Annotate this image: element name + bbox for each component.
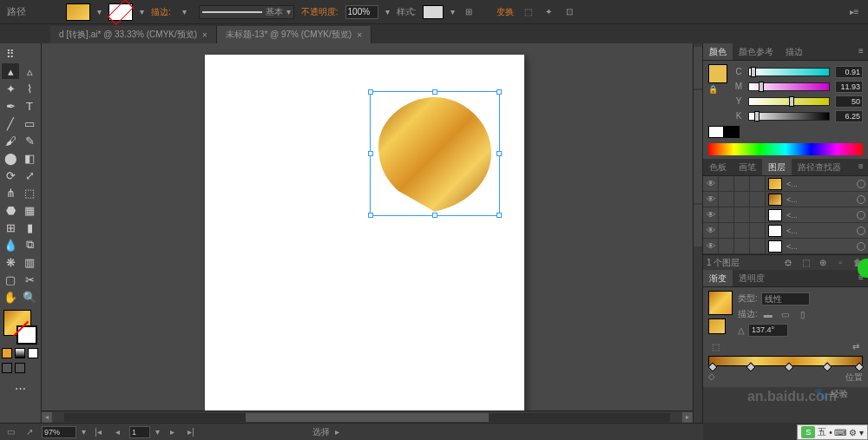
screen-mode-full[interactable] xyxy=(15,363,25,373)
transform-label[interactable]: 变换 xyxy=(496,6,514,18)
next-artboard-icon[interactable]: ▸ xyxy=(165,425,179,439)
transform-icon3[interactable]: ⊡ xyxy=(562,5,576,19)
gradient-bar[interactable] xyxy=(708,356,863,366)
reverse-gradient-icon[interactable]: ⇄ xyxy=(849,339,863,353)
tab-swatches[interactable]: 色板 xyxy=(703,159,733,175)
layer-row[interactable]: 👁<... xyxy=(703,223,868,239)
close-icon[interactable]: × xyxy=(202,30,207,40)
prev-artboard-icon[interactable]: ◂ xyxy=(110,425,124,439)
first-artboard-icon[interactable]: |◂ xyxy=(91,425,105,439)
none-mode-icon[interactable] xyxy=(28,348,38,358)
fill-swatch[interactable] xyxy=(66,3,90,21)
gradient-thumb[interactable] xyxy=(708,291,733,315)
panel-menu-icon[interactable]: ≡ xyxy=(854,159,868,173)
paintbrush-tool[interactable]: 🖌 xyxy=(2,133,19,148)
mesh-tool[interactable]: ⊞ xyxy=(2,220,19,235)
gradient-tool[interactable]: ▮ xyxy=(21,220,38,235)
last-artboard-icon[interactable]: ▸| xyxy=(184,425,198,439)
blend-tool[interactable]: ⧉ xyxy=(21,237,38,253)
slider-k[interactable] xyxy=(748,112,830,121)
tab-color-guide[interactable]: 颜色参考 xyxy=(733,43,779,60)
layer-row[interactable]: 👁<... xyxy=(703,176,868,192)
tab-color[interactable]: 颜色 xyxy=(703,43,733,60)
ime-badge[interactable]: S 五 • ⌨ ⚙ ▾ xyxy=(797,424,868,440)
canvas-scrollbar-h[interactable]: ◂ ▸ xyxy=(42,410,693,423)
align-icon[interactable]: ⊞ xyxy=(462,5,476,19)
scale-tool[interactable]: ⤢ xyxy=(21,167,38,183)
stroke-style-select[interactable]: 基本▾ xyxy=(199,5,294,19)
artboard-nav-icon[interactable]: ▭ xyxy=(3,425,17,439)
tab-brushes[interactable]: 画笔 xyxy=(733,159,762,175)
zoom-input[interactable] xyxy=(42,426,76,438)
value-m[interactable] xyxy=(835,81,863,93)
perspective-tool[interactable]: ▦ xyxy=(21,202,38,218)
gutter-block[interactable] xyxy=(694,205,702,246)
canvas[interactable] xyxy=(42,43,693,423)
slider-m[interactable] xyxy=(748,82,830,91)
close-icon[interactable]: × xyxy=(357,30,362,40)
scroll-right-icon[interactable]: ▸ xyxy=(682,412,693,423)
black-swatch[interactable] xyxy=(724,126,740,138)
stroke-weight-dropdown[interactable]: ▾ xyxy=(178,5,192,19)
value-c[interactable] xyxy=(835,66,863,78)
blob-brush-tool[interactable]: ⬤ xyxy=(2,150,19,166)
none-swatch[interactable] xyxy=(708,126,724,138)
width-tool[interactable]: ⋔ xyxy=(2,185,19,200)
fill-stroke-block[interactable] xyxy=(2,310,39,345)
zoom-tool[interactable]: 🔍 xyxy=(21,289,38,305)
new-layer-icon[interactable]: ▫ xyxy=(833,256,847,270)
screen-mode-normal[interactable] xyxy=(2,363,12,373)
feedback-bubble[interactable] xyxy=(858,259,868,278)
gutter-block[interactable] xyxy=(694,47,702,89)
locate-icon[interactable]: ⯐ xyxy=(781,256,795,270)
color-fill-thumb[interactable] xyxy=(708,64,727,83)
panel-menu-icon[interactable]: ≡ xyxy=(854,43,868,57)
layer-row[interactable]: 👁<... xyxy=(703,239,868,254)
make-clip-icon[interactable]: ⬚ xyxy=(799,256,812,270)
free-transform-tool[interactable]: ⬚ xyxy=(21,185,38,200)
stroke-grad-icon[interactable]: ▯ xyxy=(796,307,810,321)
tab-layers[interactable]: 图层 xyxy=(762,159,792,175)
artboard-tool[interactable]: ▢ xyxy=(2,272,19,287)
layer-row[interactable]: 👁<... xyxy=(703,207,868,223)
slice-tool[interactable]: ✂ xyxy=(21,272,38,287)
stroke-grad-icon[interactable]: ▬ xyxy=(761,307,775,321)
new-sublayer-icon[interactable]: ⊕ xyxy=(816,256,830,270)
rectangle-tool[interactable]: ▭ xyxy=(21,115,38,131)
eyedropper-tool[interactable]: 💧 xyxy=(2,237,19,253)
edit-toolbar-icon[interactable]: ⋯ xyxy=(2,380,39,396)
slider-c[interactable] xyxy=(748,68,830,76)
magic-wand-tool[interactable]: ✦ xyxy=(2,81,19,96)
scrollbar-thumb[interactable] xyxy=(246,413,488,422)
transform-icon2[interactable]: ✦ xyxy=(542,5,556,19)
type-tool[interactable]: T xyxy=(21,98,38,114)
rotate-tool[interactable]: ⟳ xyxy=(2,167,19,183)
pencil-tool[interactable]: ✎ xyxy=(21,133,38,148)
slider-y[interactable] xyxy=(748,97,830,106)
direct-selection-tool[interactable]: ▵ xyxy=(21,63,38,79)
value-y[interactable] xyxy=(835,95,863,108)
style-swatch[interactable] xyxy=(423,5,444,19)
line-tool[interactable]: ╱ xyxy=(2,115,19,131)
column-graph-tool[interactable]: ▥ xyxy=(21,254,38,270)
artboard-nav-icon[interactable]: ↗ xyxy=(23,425,36,439)
value-k[interactable] xyxy=(835,110,863,122)
selection-tool[interactable]: ▴ xyxy=(2,63,19,79)
artboard-num-input[interactable] xyxy=(129,426,150,438)
doc-tab-1[interactable]: 未标题-13* @ 97% (CMYK/预览)× xyxy=(217,26,372,43)
tab-gradient[interactable]: 渐变 xyxy=(703,270,733,286)
stroke-grad-icon[interactable]: ▭ xyxy=(779,307,792,321)
panel-menu-icon[interactable]: ▸≡ xyxy=(847,5,861,19)
eraser-tool[interactable]: ◧ xyxy=(21,150,38,166)
tab-pathfinder[interactable]: 路径查找器 xyxy=(792,159,847,175)
hand-tool[interactable]: ✋ xyxy=(2,289,19,305)
pen-tool[interactable]: ✒ xyxy=(2,98,19,114)
transform-icon1[interactable]: ⬚ xyxy=(521,5,535,19)
gradient-angle-input[interactable] xyxy=(748,324,788,337)
color-mode-icon[interactable] xyxy=(2,348,12,358)
grabber-icon[interactable]: ⠿ xyxy=(2,46,19,62)
doc-tab-0[interactable]: d [转换].ai* @ 33.33% (CMYK/预览)× xyxy=(50,26,217,43)
scroll-left-icon[interactable]: ◂ xyxy=(42,412,52,423)
gradient-mode-icon[interactable] xyxy=(15,348,25,358)
tab-transparency[interactable]: 透明度 xyxy=(733,270,771,286)
